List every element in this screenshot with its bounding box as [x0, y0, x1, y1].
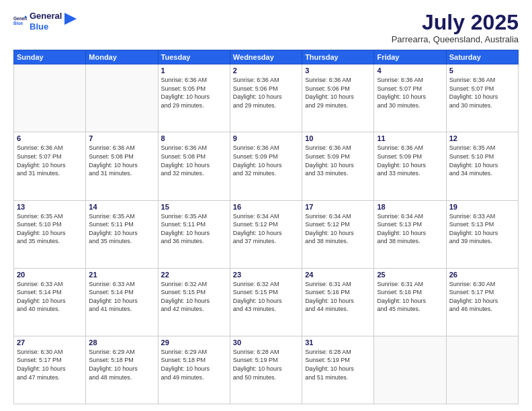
day-info: Sunrise: 6:36 AM Sunset: 5:06 PM Dayligh… — [305, 76, 371, 109]
day-number: 31 — [305, 338, 371, 347]
day-info: Sunrise: 6:36 AM Sunset: 5:07 PM Dayligh… — [449, 76, 515, 109]
calendar-cell: 29Sunrise: 6:29 AM Sunset: 5:18 PM Dayli… — [158, 336, 230, 404]
day-info: Sunrise: 6:35 AM Sunset: 5:10 PM Dayligh… — [17, 212, 83, 246]
day-number: 20 — [17, 271, 83, 279]
calendar-cell: 7Sunrise: 6:36 AM Sunset: 5:08 PM Daylig… — [86, 132, 158, 200]
title-block: July 2025 Parrearra, Queensland, Austral… — [392, 11, 519, 44]
calendar-cell: 21Sunrise: 6:33 AM Sunset: 5:14 PM Dayli… — [86, 268, 158, 336]
day-number: 22 — [161, 271, 227, 279]
day-info: Sunrise: 6:30 AM Sunset: 5:17 PM Dayligh… — [449, 280, 515, 314]
calendar-cell: 22Sunrise: 6:32 AM Sunset: 5:15 PM Dayli… — [158, 268, 230, 336]
calendar-week-5: 27Sunrise: 6:30 AM Sunset: 5:17 PM Dayli… — [14, 336, 519, 404]
day-info: Sunrise: 6:30 AM Sunset: 5:17 PM Dayligh… — [17, 348, 83, 381]
day-info: Sunrise: 6:35 AM Sunset: 5:11 PM Dayligh… — [89, 212, 154, 246]
calendar-cell: 5Sunrise: 6:36 AM Sunset: 5:07 PM Daylig… — [446, 64, 518, 132]
calendar-header-row: Sunday Monday Tuesday Wednesday Thursday… — [14, 50, 519, 64]
day-number: 7 — [89, 134, 154, 142]
day-info: Sunrise: 6:28 AM Sunset: 5:19 PM Dayligh… — [233, 348, 299, 381]
calendar-cell: 9Sunrise: 6:36 AM Sunset: 5:09 PM Daylig… — [230, 132, 302, 200]
calendar-cell: 11Sunrise: 6:36 AM Sunset: 5:09 PM Dayli… — [374, 132, 446, 200]
day-info: Sunrise: 6:32 AM Sunset: 5:15 PM Dayligh… — [233, 280, 299, 314]
day-number: 15 — [161, 203, 227, 211]
day-info: Sunrise: 6:36 AM Sunset: 5:07 PM Dayligh… — [377, 76, 443, 109]
logo-line1: General — [30, 11, 62, 21]
calendar-cell: 6Sunrise: 6:36 AM Sunset: 5:07 PM Daylig… — [14, 132, 86, 200]
calendar-cell: 19Sunrise: 6:33 AM Sunset: 5:13 PM Dayli… — [446, 200, 518, 268]
day-info: Sunrise: 6:36 AM Sunset: 5:06 PM Dayligh… — [233, 76, 299, 109]
day-info: Sunrise: 6:36 AM Sunset: 5:08 PM Dayligh… — [161, 144, 227, 177]
day-info: Sunrise: 6:29 AM Sunset: 5:18 PM Dayligh… — [161, 348, 227, 381]
day-number: 25 — [377, 271, 443, 279]
day-number: 14 — [89, 203, 154, 211]
calendar-cell: 13Sunrise: 6:35 AM Sunset: 5:10 PM Dayli… — [14, 200, 86, 268]
page: General Blue General Blue July 2025 Parr… — [0, 0, 532, 411]
calendar: Sunday Monday Tuesday Wednesday Thursday… — [13, 50, 519, 404]
day-number: 19 — [449, 203, 515, 211]
day-number: 24 — [305, 271, 371, 279]
day-number: 18 — [377, 203, 443, 211]
day-info: Sunrise: 6:34 AM Sunset: 5:12 PM Dayligh… — [233, 212, 299, 246]
calendar-cell: 18Sunrise: 6:34 AM Sunset: 5:13 PM Dayli… — [374, 200, 446, 268]
day-info: Sunrise: 6:35 AM Sunset: 5:10 PM Dayligh… — [449, 144, 515, 177]
calendar-cell: 2Sunrise: 6:36 AM Sunset: 5:06 PM Daylig… — [230, 64, 302, 132]
calendar-cell: 14Sunrise: 6:35 AM Sunset: 5:11 PM Dayli… — [86, 200, 158, 268]
header-saturday: Saturday — [446, 50, 518, 64]
day-number: 27 — [17, 338, 83, 347]
logo-arrow-icon — [64, 13, 77, 25]
calendar-cell: 1Sunrise: 6:36 AM Sunset: 5:05 PM Daylig… — [158, 64, 230, 132]
day-number: 29 — [161, 338, 227, 347]
day-info: Sunrise: 6:31 AM Sunset: 5:16 PM Dayligh… — [377, 280, 443, 314]
day-info: Sunrise: 6:36 AM Sunset: 5:09 PM Dayligh… — [377, 144, 443, 177]
calendar-week-1: 1Sunrise: 6:36 AM Sunset: 5:05 PM Daylig… — [14, 64, 519, 132]
day-info: Sunrise: 6:33 AM Sunset: 5:14 PM Dayligh… — [89, 280, 154, 314]
day-number: 13 — [17, 203, 83, 211]
calendar-cell: 31Sunrise: 6:28 AM Sunset: 5:19 PM Dayli… — [302, 336, 374, 404]
day-info: Sunrise: 6:35 AM Sunset: 5:11 PM Dayligh… — [161, 212, 227, 246]
calendar-cell: 28Sunrise: 6:29 AM Sunset: 5:18 PM Dayli… — [86, 336, 158, 404]
day-number: 30 — [233, 338, 299, 347]
calendar-cell: 25Sunrise: 6:31 AM Sunset: 5:16 PM Dayli… — [374, 268, 446, 336]
day-number: 9 — [233, 134, 299, 142]
header-wednesday: Wednesday — [230, 50, 302, 64]
calendar-cell: 8Sunrise: 6:36 AM Sunset: 5:08 PM Daylig… — [158, 132, 230, 200]
calendar-cell: 23Sunrise: 6:32 AM Sunset: 5:15 PM Dayli… — [230, 268, 302, 336]
day-number: 12 — [449, 134, 515, 142]
day-info: Sunrise: 6:36 AM Sunset: 5:05 PM Dayligh… — [161, 76, 227, 109]
header-monday: Monday — [86, 50, 158, 64]
day-number: 17 — [305, 203, 371, 211]
header-tuesday: Tuesday — [158, 50, 230, 64]
day-number: 1 — [161, 66, 227, 75]
month-title: July 2025 — [392, 11, 519, 34]
day-number: 23 — [233, 271, 299, 279]
svg-marker-4 — [64, 13, 77, 25]
day-number: 10 — [305, 134, 371, 142]
calendar-cell: 10Sunrise: 6:36 AM Sunset: 5:09 PM Dayli… — [302, 132, 374, 200]
day-number: 2 — [233, 66, 299, 75]
day-info: Sunrise: 6:34 AM Sunset: 5:12 PM Dayligh… — [305, 212, 371, 246]
day-number: 16 — [233, 203, 299, 211]
header-sunday: Sunday — [14, 50, 86, 64]
day-info: Sunrise: 6:28 AM Sunset: 5:19 PM Dayligh… — [305, 348, 371, 381]
day-number: 28 — [89, 338, 154, 347]
day-number: 3 — [305, 66, 371, 75]
calendar-cell — [446, 336, 518, 404]
day-info: Sunrise: 6:36 AM Sunset: 5:09 PM Dayligh… — [233, 144, 299, 177]
calendar-cell: 27Sunrise: 6:30 AM Sunset: 5:17 PM Dayli… — [14, 336, 86, 404]
calendar-cell — [374, 336, 446, 404]
logo: General Blue General Blue — [13, 11, 77, 32]
location-subtitle: Parrearra, Queensland, Australia — [392, 34, 519, 44]
day-number: 4 — [377, 66, 443, 75]
calendar-cell: 4Sunrise: 6:36 AM Sunset: 5:07 PM Daylig… — [374, 64, 446, 132]
svg-text:Blue: Blue — [13, 21, 23, 26]
logo-icon: General Blue — [13, 15, 27, 28]
day-info: Sunrise: 6:34 AM Sunset: 5:13 PM Dayligh… — [377, 212, 443, 246]
header: General Blue General Blue July 2025 Parr… — [13, 11, 519, 44]
calendar-week-4: 20Sunrise: 6:33 AM Sunset: 5:14 PM Dayli… — [14, 268, 519, 336]
calendar-cell: 16Sunrise: 6:34 AM Sunset: 5:12 PM Dayli… — [230, 200, 302, 268]
calendar-cell: 20Sunrise: 6:33 AM Sunset: 5:14 PM Dayli… — [14, 268, 86, 336]
day-info: Sunrise: 6:33 AM Sunset: 5:14 PM Dayligh… — [17, 280, 83, 314]
day-info: Sunrise: 6:31 AM Sunset: 5:16 PM Dayligh… — [305, 280, 371, 314]
calendar-cell: 17Sunrise: 6:34 AM Sunset: 5:12 PM Dayli… — [302, 200, 374, 268]
header-thursday: Thursday — [302, 50, 374, 64]
calendar-cell: 24Sunrise: 6:31 AM Sunset: 5:16 PM Dayli… — [302, 268, 374, 336]
